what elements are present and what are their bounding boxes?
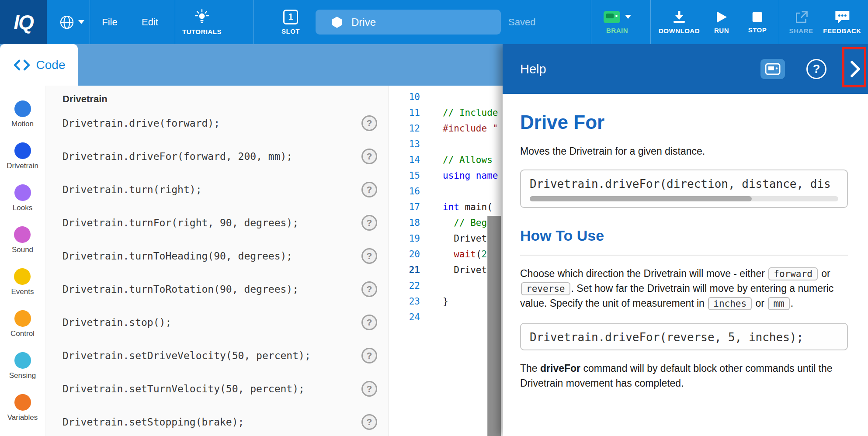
brain-button[interactable]: BRAIN [603,0,631,44]
looks-category-icon[interactable] [14,184,31,201]
command-text[interactable]: Drivetrain.drive(forward); [62,118,220,129]
editor-line[interactable]: 11// Include [389,105,503,121]
editor-line[interactable]: 20 wait(2, [389,246,503,262]
download-label: DOWNLOAD [659,27,700,35]
command-text[interactable]: Drivetrain.setDriveVelocity(50, percent)… [62,350,311,361]
command-list: Drivetrain.drive(forward);?Drivetrain.dr… [46,107,389,436]
run-button[interactable]: RUN [714,0,729,44]
help-header: Help ? [503,44,868,94]
command-row[interactable]: Drivetrain.turnToHeading(90, degrees);? [46,239,389,273]
command-text[interactable]: Drivetrain.turnFor(right, 90, degrees); [62,217,299,228]
code-icon [13,59,31,71]
download-button[interactable]: DOWNLOAD [659,0,700,44]
category-looks[interactable]: Looks [13,184,32,226]
editor-line[interactable]: 12#include " [389,121,503,136]
command-row[interactable]: Drivetrain.drive(forward);? [46,107,389,140]
variables-category-icon[interactable] [14,394,31,411]
command-help-button[interactable]: ? [361,381,377,397]
drivetrain-category-icon[interactable] [14,142,31,159]
motion-category-icon[interactable] [14,100,31,117]
globe-icon [59,14,75,30]
category-drivetrain[interactable]: Drivetrain [7,142,38,184]
collapse-help-button[interactable] [847,56,864,82]
tutorials-button[interactable]: TUTORIALS [182,0,222,44]
tab-code[interactable]: Code [0,44,78,86]
editor-line[interactable]: 22 [389,278,503,294]
brain-outline-icon [765,63,781,75]
line-content: wait(2, [443,249,493,260]
command-text[interactable]: Drivetrain.setStopping(brake); [62,416,244,428]
editor-line[interactable]: 17int main( [389,199,503,215]
slot-button[interactable]: 1 SLOT [281,0,300,44]
category-label: Looks [13,204,32,212]
line-number: 19 [389,233,420,244]
edit-menu[interactable]: Edit [135,0,164,44]
editor-line[interactable]: 19 Drivetra [389,231,503,246]
editor-line[interactable]: 18 // Begi [389,215,503,231]
command-help-button[interactable]: ? [361,348,377,363]
command-row[interactable]: Drivetrain.turnFor(right, 90, degrees);? [46,206,389,239]
command-row[interactable]: Drivetrain.stop();? [46,306,389,339]
text-segment: or [819,268,830,279]
editor-line[interactable]: 16 [389,183,503,199]
command-help-button[interactable]: ? [361,315,377,330]
brain-help-button[interactable] [760,59,785,79]
command-help-button[interactable]: ? [361,414,377,430]
command-row[interactable]: Drivetrain.driveFor(forward, 200, mm);? [46,140,389,173]
stop-button[interactable]: STOP [748,0,767,44]
category-label: Drivetrain [7,162,38,170]
command-help-button[interactable]: ? [361,248,377,264]
sound-category-icon[interactable] [14,226,31,243]
code-signature-text: Drivetrain.driveFor(direction, distance,… [530,177,838,190]
code-box-horizontal-scrollbar[interactable] [530,196,838,201]
help-question-button[interactable]: ? [806,59,826,79]
command-row[interactable]: Drivetrain.setDriveVelocity(50, percent)… [46,339,389,372]
category-motion[interactable]: Motion [11,100,34,142]
command-text[interactable]: Drivetrain.stop(); [62,317,171,328]
command-help-button[interactable]: ? [361,215,377,231]
share-button[interactable]: SHARE [789,0,813,44]
editor-scrollbar[interactable] [487,216,501,436]
command-list-header: Drivetrain [62,92,389,107]
feedback-button[interactable]: FEEDBACK [823,0,861,44]
language-menu[interactable] [55,0,88,44]
command-help-button[interactable]: ? [361,281,377,297]
editor-line[interactable]: 15using name [389,168,503,183]
line-number: 22 [389,280,420,291]
command-text[interactable]: Drivetrain.turnToRotation(90, degrees); [62,284,299,295]
command-row[interactable]: Drivetrain.turn(right);? [46,173,389,206]
project-name-button[interactable]: Drive [316,10,501,35]
category-events[interactable]: Events [11,268,34,310]
editor-line[interactable]: 14// Allows [389,152,503,168]
editor-line[interactable]: 13 [389,136,503,152]
events-category-icon[interactable] [14,268,31,285]
category-sound[interactable]: Sound [12,226,33,268]
sensing-category-icon[interactable] [14,352,31,369]
line-number: 16 [389,186,420,197]
line-content: // Include [443,107,498,118]
editor-line[interactable]: 23} [389,294,503,309]
command-row[interactable]: Drivetrain.setTurnVelocity(50, percent);… [46,372,389,405]
command-row[interactable]: Drivetrain.turnToRotation(90, degrees);? [46,273,389,306]
category-control[interactable]: Control [10,310,35,352]
file-menu[interactable]: File [95,0,124,44]
line-number: 10 [389,92,420,102]
editor-line[interactable]: 24 [389,309,503,325]
command-text[interactable]: Drivetrain.setTurnVelocity(50, percent); [62,383,305,394]
control-category-icon[interactable] [14,310,31,327]
command-text[interactable]: Drivetrain.turnToHeading(90, degrees); [62,250,292,262]
text-segment: . [791,298,793,309]
command-help-button[interactable]: ? [361,115,377,131]
help-description: Moves the Drivetrain for a given distanc… [520,145,848,157]
editor-line[interactable]: 10 [389,89,503,105]
category-variables[interactable]: Variables [7,394,38,436]
command-text[interactable]: Drivetrain.turn(right); [62,184,202,195]
code-editor[interactable]: 1011// Include12#include "1314// Allows1… [389,86,503,436]
command-text[interactable]: Drivetrain.driveFor(forward, 200, mm); [62,151,292,162]
category-sensing[interactable]: Sensing [9,352,36,394]
command-row[interactable]: Drivetrain.setStopping(brake);? [46,405,389,436]
editor-line[interactable]: 21 Drivetra [389,262,503,278]
scrollbar-thumb[interactable] [530,196,752,201]
command-help-button[interactable]: ? [361,149,377,164]
command-help-button[interactable]: ? [361,182,377,197]
